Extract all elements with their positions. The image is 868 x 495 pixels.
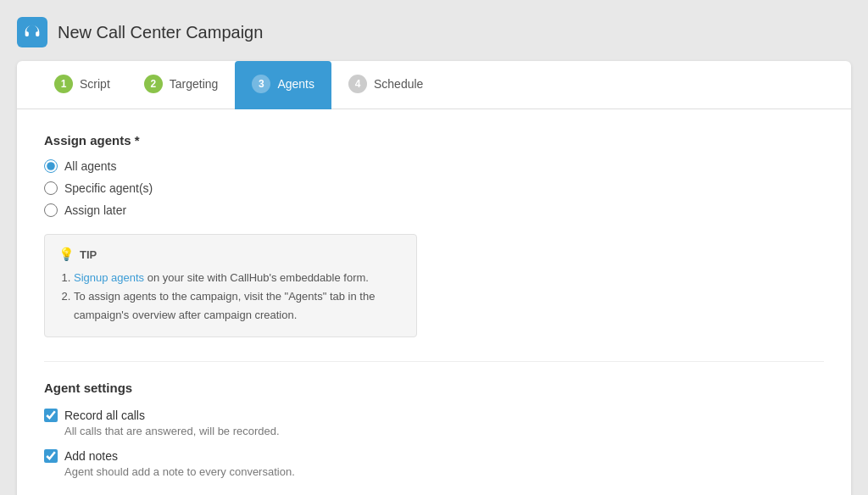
tab-agents-number: 3 [252, 75, 270, 93]
add-notes-desc: Agent should add a note to every convers… [64, 465, 824, 478]
radio-all-agents-input[interactable] [44, 159, 58, 173]
tab-agents[interactable]: 3 Agents [235, 61, 331, 109]
radio-assign-later[interactable]: Assign later [44, 203, 824, 217]
page-container: New Call Center Campaign 1 Script 2 Targ… [0, 0, 868, 495]
tip-label: TIP [80, 248, 97, 261]
main-content: Assign agents * All agents Specific agen… [17, 109, 851, 495]
tab-bar: 1 Script 2 Targeting 3 Agents 4 Schedule [17, 61, 851, 109]
tip-header: 💡 TIP [58, 247, 403, 262]
tab-schedule[interactable]: 4 Schedule [331, 61, 440, 109]
add-notes-label[interactable]: Add notes [44, 449, 824, 463]
tab-targeting-number: 2 [144, 75, 163, 93]
tab-schedule-number: 4 [348, 75, 367, 93]
add-notes-text: Add notes [64, 449, 118, 463]
tip-item-2: To assign agents to the campaign, visit … [74, 287, 403, 325]
tab-schedule-label: Schedule [374, 77, 423, 91]
radio-specific-agents-input[interactable] [44, 181, 58, 195]
tab-targeting[interactable]: 2 Targeting [127, 61, 236, 109]
setting-add-notes: Add notes Agent should add a note to eve… [44, 449, 824, 478]
tab-agents-label: Agents [277, 77, 314, 91]
record-calls-checkbox[interactable] [44, 409, 58, 422]
main-card: 1 Script 2 Targeting 3 Agents 4 Schedule… [17, 61, 851, 495]
section-divider [44, 361, 824, 362]
record-calls-desc: All calls that are answered, will be rec… [64, 425, 824, 437]
tip-signup-link[interactable]: Signup agents [74, 271, 144, 284]
tab-script-number: 1 [54, 75, 73, 93]
tip-icon: 💡 [58, 247, 75, 262]
tab-script[interactable]: 1 Script [37, 61, 127, 109]
radio-specific-agents-label: Specific agent(s) [64, 181, 153, 195]
tab-script-label: Script [80, 77, 110, 91]
add-notes-checkbox[interactable] [44, 449, 58, 463]
radio-assign-later-input[interactable] [44, 203, 58, 217]
title-bar: New Call Center Campaign [17, 17, 851, 47]
setting-record-calls: Record all calls All calls that are answ… [44, 409, 824, 437]
agent-settings-title: Agent settings [44, 381, 824, 395]
tab-targeting-label: Targeting [170, 77, 219, 91]
radio-assign-later-label: Assign later [64, 203, 126, 217]
headphone-icon [24, 24, 41, 41]
radio-all-agents-label: All agents [64, 159, 116, 173]
page-title: New Call Center Campaign [58, 23, 263, 42]
app-icon [17, 17, 47, 47]
tip-item-1: Signup agents on your site with CallHub'… [74, 269, 403, 287]
assign-agents-title: Assign agents * [44, 133, 824, 147]
record-calls-label[interactable]: Record all calls [44, 409, 824, 422]
radio-all-agents[interactable]: All agents [44, 159, 824, 173]
record-calls-text: Record all calls [64, 409, 145, 422]
assign-agents-group: All agents Specific agent(s) Assign late… [44, 159, 824, 217]
tip-item-1-text: on your site with CallHub's embeddable f… [144, 271, 369, 284]
tip-list: Signup agents on your site with CallHub'… [58, 269, 403, 325]
radio-specific-agents[interactable]: Specific agent(s) [44, 181, 824, 195]
tip-box: 💡 TIP Signup agents on your site with Ca… [44, 234, 417, 337]
